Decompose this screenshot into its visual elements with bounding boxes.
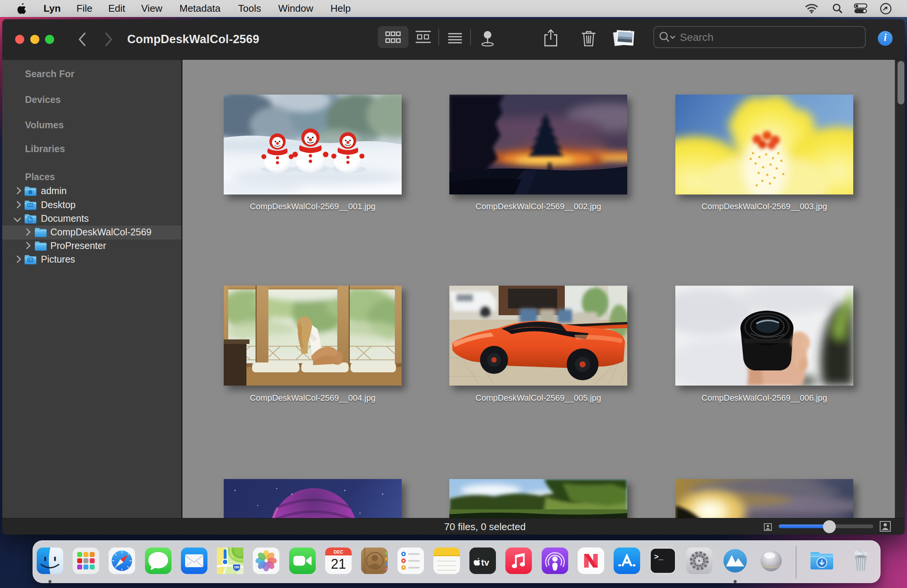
svg-text:280: 280: [234, 565, 239, 569]
svg-text:DEC: DEC: [333, 550, 343, 555]
svg-text:21: 21: [331, 556, 346, 572]
svg-text:>_: >_: [654, 553, 663, 561]
svg-text:tv: tv: [481, 558, 489, 567]
